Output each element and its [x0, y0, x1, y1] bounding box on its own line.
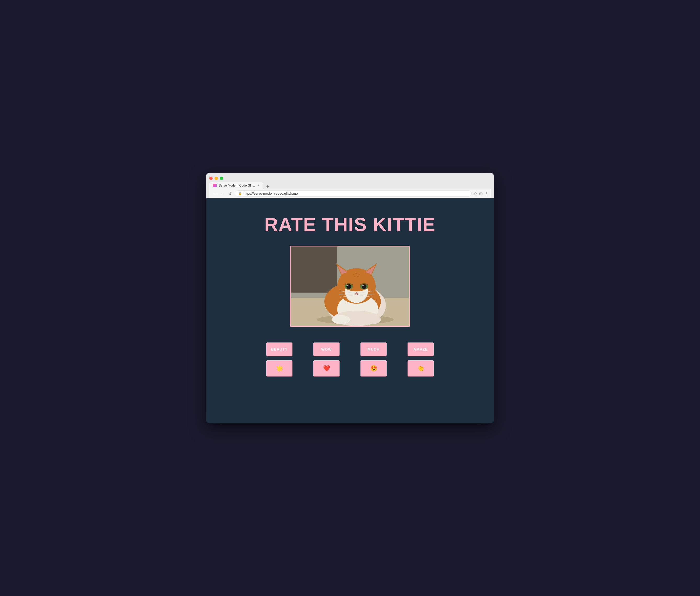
svg-rect-2 [291, 246, 337, 293]
active-tab[interactable]: Serve Modern Code Glit... ✕ [209, 182, 263, 189]
traffic-lights [209, 176, 491, 182]
clap-emoji-button[interactable]: 👏 [407, 360, 434, 376]
new-tab-button[interactable]: + [264, 184, 271, 189]
amaze-button[interactable]: AMAZE [407, 343, 434, 356]
back-button[interactable]: ← [212, 191, 218, 196]
sparkle-emoji-button[interactable]: 🌟 [266, 360, 293, 376]
svg-point-23 [362, 285, 364, 286]
cat-image-container [290, 246, 410, 327]
browser-chrome: Serve Modern Code Glit... ✕ + ← → ↺ 🔒 ht… [206, 173, 494, 198]
heart-eyes-emoji-button[interactable]: 😍 [360, 360, 386, 376]
svg-point-19 [346, 284, 351, 289]
tab-title-label: Serve Modern Code Glit... [219, 184, 255, 187]
cat-image [291, 246, 409, 326]
extensions-icon[interactable]: ⊞ [479, 192, 482, 196]
wow-button[interactable]: WOW [314, 343, 340, 356]
svg-point-22 [362, 284, 367, 289]
reload-button[interactable]: ↺ [228, 191, 233, 196]
address-bar: ← → ↺ 🔒 https://serve-modern-code.glitch… [209, 189, 491, 198]
svg-point-10 [363, 315, 381, 324]
tab-bar: Serve Modern Code Glit... ✕ + [209, 182, 491, 189]
page-title: RATE THIS KITTIE [265, 214, 436, 235]
menu-icon[interactable]: ⋮ [484, 192, 488, 196]
url-text: https://serve-modern-code.glitch.me [244, 192, 298, 195]
maximize-button[interactable] [220, 177, 223, 180]
heart-emoji-button[interactable]: ❤️ [314, 360, 340, 376]
page-content: RATE THIS KITTIE [206, 198, 494, 423]
much-button[interactable]: MUCH [360, 343, 386, 356]
close-button[interactable] [209, 177, 212, 180]
lock-icon: 🔒 [238, 192, 242, 195]
toolbar-icons: ☆ ⊞ ⋮ [474, 192, 488, 196]
browser-window: Serve Modern Code Glit... ✕ + ← → ↺ 🔒 ht… [206, 173, 494, 423]
bookmark-icon[interactable]: ☆ [474, 192, 477, 196]
tab-close-icon[interactable]: ✕ [257, 184, 259, 187]
beauty-button[interactable]: BEAUTY [266, 343, 293, 356]
svg-point-20 [347, 285, 348, 286]
url-field[interactable]: 🔒 https://serve-modern-code.glitch.me [235, 191, 472, 197]
rating-buttons-grid: BEAUTY WOW MUCH AMAZE 🌟 ❤️ 😍 👏 [266, 343, 434, 376]
forward-button[interactable]: → [220, 191, 225, 196]
minimize-button[interactable] [215, 177, 218, 180]
tab-favicon [213, 184, 217, 187]
svg-point-9 [332, 315, 350, 324]
